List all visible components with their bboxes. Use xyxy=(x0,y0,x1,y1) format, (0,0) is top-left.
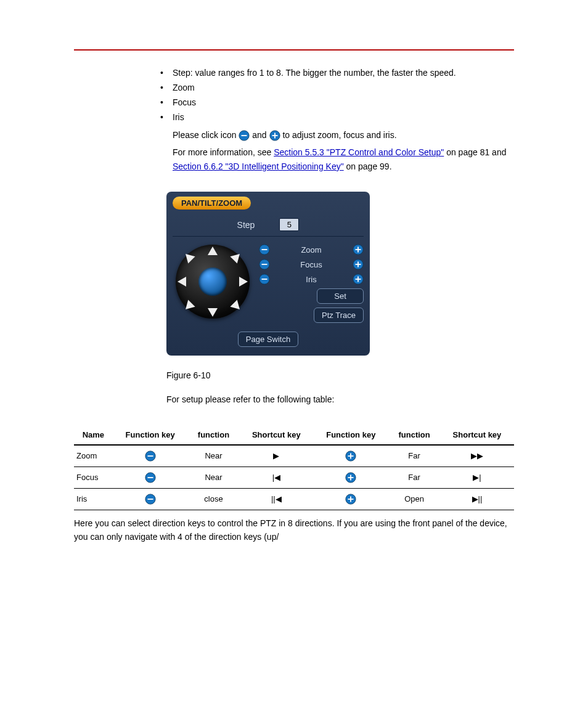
note2-text: For more information, see xyxy=(173,147,274,157)
figure-caption: Figure 6-10 xyxy=(166,370,514,380)
zoom-plus-button[interactable] xyxy=(353,244,364,255)
cell-fn: Near xyxy=(188,445,240,467)
cell-shortcut: ▶| xyxy=(440,467,514,488)
col-fnkey-1: Function key xyxy=(113,425,188,445)
table-header-row: Name Function key function Shortcut key … xyxy=(74,425,514,445)
minus-icon xyxy=(239,130,250,141)
svg-rect-4 xyxy=(274,133,276,139)
plus-icon xyxy=(345,494,356,505)
xref-link-2[interactable]: Section 6.6.2 "3D Intelligent Positionin… xyxy=(173,161,344,171)
iris-label: Iris xyxy=(275,275,348,284)
svg-rect-9 xyxy=(357,247,359,253)
svg-rect-24 xyxy=(350,453,351,458)
step-label: Step xyxy=(237,220,255,230)
plus-icon xyxy=(345,450,356,462)
ptz-trace-button[interactable]: Ptz Trace xyxy=(314,308,364,323)
cell-shortcut: ||◀ xyxy=(239,488,313,510)
note-text: to adjust zoom, focus and iris. xyxy=(282,130,396,140)
col-fn-1: function xyxy=(188,425,240,445)
ptz-title-tab: PAN/TILT/ZOOM xyxy=(173,197,251,210)
table-row: Focus Near |◀ Far ▶| xyxy=(74,467,514,488)
arrow-left-icon[interactable] xyxy=(178,277,186,287)
xref-link-1[interactable]: Section 5.5.3 "PTZ Control and Color Set… xyxy=(274,147,444,157)
cell-fn: Far xyxy=(388,467,440,488)
cell-fnkey xyxy=(313,488,388,510)
col-name: Name xyxy=(74,425,113,445)
cell-fnkey xyxy=(313,445,388,467)
note2-text: on page 81 and xyxy=(446,147,506,157)
ptz-panel: PAN/TILT/ZOOM Step 5 xyxy=(166,192,370,356)
plus-icon xyxy=(345,472,356,483)
focus-label: Focus xyxy=(275,260,348,269)
icon-note: Please click icon and to adjust zoom, fo… xyxy=(173,128,514,142)
joystick-hub[interactable] xyxy=(198,267,227,296)
cell-fn: Open xyxy=(388,488,440,510)
svg-rect-6 xyxy=(262,249,267,250)
table-row: Zoom Near ▶ Far ▶▶ xyxy=(74,445,514,467)
svg-rect-29 xyxy=(350,475,351,480)
table-row: Iris close ||◀ Open ▶|| xyxy=(74,488,514,510)
shortcut-table: Name Function key function Shortcut key … xyxy=(74,425,514,510)
col-sc-1: Shortcut key xyxy=(239,425,313,445)
ptz-figure: PAN/TILT/ZOOM Step 5 xyxy=(166,192,514,356)
arrow-up-icon[interactable] xyxy=(208,246,218,255)
cell-fnkey xyxy=(113,488,188,510)
iris-minus-button[interactable] xyxy=(259,274,270,285)
cell-fn: Far xyxy=(388,445,440,467)
cell-shortcut: ▶▶ xyxy=(440,445,514,467)
para-intro: For setup please refer to the following … xyxy=(166,393,514,406)
note-text: and xyxy=(252,130,269,140)
col-fnkey-2: Function key xyxy=(313,425,388,445)
cell-name: Focus xyxy=(74,467,113,488)
minus-icon xyxy=(145,450,156,462)
plus-icon xyxy=(269,130,280,141)
cell-fn: close xyxy=(188,488,240,510)
svg-rect-11 xyxy=(262,264,267,265)
para-directions: Here you can select direction keys to co… xyxy=(74,516,514,544)
arrow-down-icon[interactable] xyxy=(208,308,218,317)
direction-pad xyxy=(173,242,253,322)
step-value-input[interactable]: 5 xyxy=(279,218,299,231)
cell-shortcut: ▶|| xyxy=(440,488,514,510)
header-rule xyxy=(74,49,514,51)
bullet-zoom: Zoom xyxy=(160,83,514,92)
cell-shortcut: ▶ xyxy=(239,445,313,467)
arrow-right-icon[interactable] xyxy=(239,277,248,287)
note-text: Please click icon xyxy=(173,130,239,140)
cell-fnkey xyxy=(113,467,188,488)
col-sc-2: Shortcut key xyxy=(440,425,514,445)
cell-fnkey xyxy=(113,445,188,467)
svg-rect-19 xyxy=(357,277,359,282)
cell-name: Zoom xyxy=(74,445,113,467)
minus-icon xyxy=(145,494,156,505)
svg-rect-34 xyxy=(350,496,351,502)
set-button[interactable]: Set xyxy=(317,288,364,304)
focus-minus-button[interactable] xyxy=(259,259,270,270)
svg-rect-14 xyxy=(357,262,359,267)
iris-plus-button[interactable] xyxy=(353,274,364,285)
separator xyxy=(173,236,364,237)
page-switch-button[interactable]: Page Switch xyxy=(238,332,298,347)
cell-fnkey xyxy=(313,467,388,488)
note2-text: on page 99. xyxy=(346,161,392,171)
svg-rect-21 xyxy=(147,455,153,457)
bullet-focus: Focus xyxy=(160,97,514,107)
feature-bullets: Step: value ranges fro 1 to 8. The bigge… xyxy=(160,68,514,122)
svg-rect-31 xyxy=(147,499,153,500)
svg-rect-1 xyxy=(242,135,247,136)
minus-icon xyxy=(145,472,156,483)
svg-rect-26 xyxy=(147,477,153,478)
cell-fn: Near xyxy=(188,467,240,488)
zoom-minus-button[interactable] xyxy=(259,244,270,255)
cell-name: Iris xyxy=(74,488,113,510)
cell-shortcut: |◀ xyxy=(239,467,313,488)
focus-plus-button[interactable] xyxy=(353,259,364,270)
bullet-iris: Iris xyxy=(160,112,514,122)
zoom-label: Zoom xyxy=(275,245,348,255)
svg-rect-16 xyxy=(262,279,267,280)
col-fn-2: function xyxy=(388,425,440,445)
bullet-step: Step: value ranges fro 1 to 8. The bigge… xyxy=(160,68,514,78)
xref-note: For more information, see Section 5.5.3 … xyxy=(173,145,514,173)
